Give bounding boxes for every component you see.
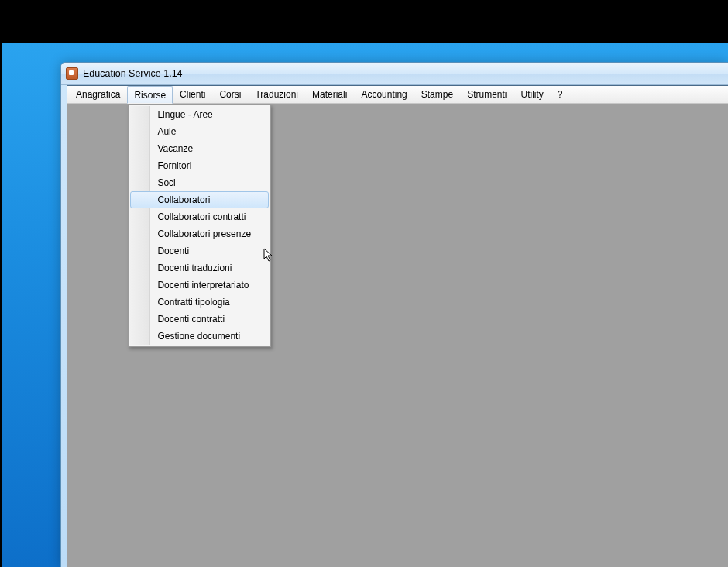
dropdown-item-docenti[interactable]: Docenti	[130, 242, 269, 259]
dropdown-item-docenti-interpretariato[interactable]: Docenti interpretariato	[130, 277, 269, 294]
menu-label: Accounting	[361, 89, 407, 100]
dropdown-item-lingue-aree[interactable]: Lingue - Aree	[130, 106, 269, 123]
window-title: Education Service 1.14	[83, 68, 183, 79]
dropdown-item-fornitori[interactable]: Fornitori	[130, 157, 269, 174]
dropdown-item-label: Gestione documenti	[157, 331, 240, 342]
dropdown-item-label: Collaboratori presenze	[157, 229, 251, 239]
dropdown-item-aule[interactable]: Aule	[130, 123, 269, 140]
dropdown-item-soci[interactable]: Soci	[130, 174, 269, 191]
menu-strumenti[interactable]: Strumenti	[460, 86, 513, 103]
dropdown-item-gestione-documenti[interactable]: Gestione documenti	[130, 328, 269, 345]
menu-accounting[interactable]: Accounting	[354, 86, 414, 103]
app-icon	[66, 67, 78, 80]
dropdown-item-label: Collaboratori	[157, 194, 210, 205]
dropdown-item-label: Aule	[157, 126, 176, 137]
dropdown-item-label: Docenti	[157, 246, 189, 256]
menu-label: Materiali	[312, 89, 347, 100]
menu-utility[interactable]: Utility	[513, 86, 550, 103]
menu-label: Traduzioni	[255, 89, 298, 100]
menu-stampe[interactable]: Stampe	[414, 86, 460, 103]
menu-label: Clienti	[180, 89, 205, 100]
title-bar[interactable]: Education Service 1.14	[61, 63, 728, 85]
menu-label: Corsi	[219, 89, 241, 100]
dropdown-item-label: Lingue - Aree	[157, 109, 212, 120]
menu-anagrafica[interactable]: Anagrafica	[69, 86, 127, 103]
dropdown-item-docenti-contratti[interactable]: Docenti contratti	[130, 311, 269, 328]
dropdown-item-label: Docenti interpretariato	[157, 280, 249, 290]
dropdown-item-collaboratori[interactable]: Collaboratori	[130, 191, 269, 208]
menu-label: Utility	[520, 89, 543, 100]
menu-label: Stampe	[421, 89, 453, 100]
dropdown-item-label: Docenti contratti	[157, 314, 225, 325]
application-window: Education Service 1.14 Anagrafica Risors…	[60, 62, 728, 567]
dropdown-item-label: Vacanze	[157, 143, 193, 154]
menu-label: Risorse	[134, 90, 166, 101]
dropdown-item-collaboratori-contratti[interactable]: Collaboratori contratti	[130, 208, 269, 225]
menu-label: Anagrafica	[76, 89, 120, 100]
dropdown-item-label: Docenti traduzioni	[157, 263, 232, 273]
menu-label: ?	[558, 89, 563, 100]
menu-bar: Anagrafica Risorse Lingue - Aree Aule Va…	[67, 86, 728, 104]
dropdown-item-label: Contratti tipologia	[157, 297, 229, 308]
dropdown-risorse: Lingue - Aree Aule Vacanze Fornitori Soc…	[128, 104, 271, 347]
dropdown-item-label: Collaboratori contratti	[157, 211, 246, 222]
dropdown-item-label: Fornitori	[157, 160, 191, 171]
menu-traduzioni[interactable]: Traduzioni	[248, 86, 305, 103]
menu-help[interactable]: ?	[551, 86, 570, 103]
dropdown-item-collaboratori-presenze[interactable]: Collaboratori presenze	[130, 225, 269, 242]
menu-corsi[interactable]: Corsi	[212, 86, 248, 103]
dropdown-item-vacanze[interactable]: Vacanze	[130, 140, 269, 157]
dropdown-item-contratti-tipologia[interactable]: Contratti tipologia	[130, 294, 269, 311]
menu-clienti[interactable]: Clienti	[173, 86, 212, 103]
inner-frame: Anagrafica Risorse Lingue - Aree Aule Va…	[67, 85, 728, 567]
menu-label: Strumenti	[467, 89, 507, 100]
dropdown-item-docenti-traduzioni[interactable]: Docenti traduzioni	[130, 259, 269, 277]
dropdown-item-label: Soci	[157, 177, 175, 188]
menu-risorse[interactable]: Risorse Lingue - Aree Aule Vacanze Forni…	[127, 86, 173, 104]
menu-materiali[interactable]: Materiali	[305, 86, 354, 103]
